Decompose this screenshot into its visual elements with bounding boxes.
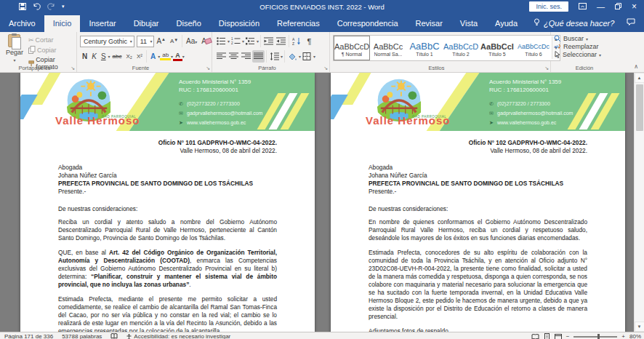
subscript-button[interactable]: X₂	[124, 53, 134, 60]
paragraph: QUE, en base al Art. 42 del Código Orgán…	[58, 249, 277, 289]
sign-in-button[interactable]: Inic. ses.	[529, 1, 568, 12]
tab-diseno[interactable]: Diseño	[168, 15, 210, 32]
comments-icon[interactable]	[627, 18, 644, 32]
font-size-combo[interactable]: 11▾	[137, 36, 155, 47]
justify-button[interactable]	[252, 50, 265, 63]
tab-vista[interactable]: Vista	[451, 15, 486, 32]
style-titulo-2[interactable]: AaBbCcD Título 2	[443, 36, 479, 60]
tab-revisar[interactable]: Revisar	[407, 15, 451, 32]
decrease-indent-button[interactable]	[262, 35, 275, 47]
tab-correspondencia[interactable]: Correspondencia	[329, 15, 407, 32]
redo-icon[interactable]	[47, 3, 55, 10]
scrollbar-thumb[interactable]	[636, 84, 643, 131]
email-line: ✉gadprvallehermoso@hotmail.com	[179, 108, 262, 118]
show-marks-button[interactable]: ¶	[303, 35, 315, 47]
font-name-combo[interactable]: Century Gothic▾	[80, 36, 134, 47]
customize-qat-icon[interactable]: ▾	[62, 4, 65, 9]
shrink-font-button[interactable]: A▼	[168, 38, 180, 44]
text-effects-button[interactable]: A	[148, 52, 158, 60]
clipboard-dialog-launcher-icon[interactable]: ↘	[71, 65, 75, 71]
letter-body[interactable]: Oficio N° 101 GADPRVH-O-WMC-04-2022. Val…	[20, 131, 315, 332]
find-button[interactable]: Buscar▾	[554, 35, 615, 42]
group-portapapeles: Pegar ▾ ✂Cortar Copiar Copiar formato Po…	[0, 32, 77, 72]
style-titulo-5[interactable]: AaBbCcI Título 5	[479, 36, 515, 60]
shading-button[interactable]	[286, 50, 299, 63]
word-count[interactable]: 53788 palabras	[62, 333, 102, 339]
tab-disposicion[interactable]: Disposición	[210, 15, 268, 32]
paste-button[interactable]: Pegar ▾	[3, 34, 26, 63]
tab-ayuda[interactable]: Ayuda	[486, 15, 526, 32]
print-layout-icon[interactable]	[544, 333, 550, 339]
group-label-fuente: Fuente	[77, 65, 204, 71]
zoom-out-button[interactable]: −	[566, 333, 570, 339]
bold-button[interactable]: N	[80, 52, 89, 60]
styles-dialog-launcher-icon[interactable]: ↘	[544, 65, 549, 71]
grow-font-button[interactable]: A▲	[154, 37, 168, 45]
highlight-button[interactable]: ab	[160, 52, 171, 60]
tab-dibujar[interactable]: Dibujar	[125, 15, 168, 32]
increase-indent-button[interactable]	[275, 35, 287, 47]
paste-icon	[8, 34, 20, 47]
font-dialog-launcher-icon[interactable]: ↘	[206, 65, 210, 71]
bullets-button[interactable]	[215, 35, 228, 47]
tab-referencias[interactable]: Referencias	[268, 15, 329, 32]
paragraph-dialog-launcher-icon[interactable]: ↘	[323, 65, 328, 71]
copy-button[interactable]: Copiar	[26, 45, 73, 55]
vertical-scrollbar[interactable]: ▲ ▼	[634, 73, 644, 332]
replace-button[interactable]: ab Reemplazar	[554, 43, 615, 50]
scroll-down-icon[interactable]: ▼	[635, 322, 644, 332]
zoom-in-button[interactable]: +	[621, 333, 625, 339]
style-titulo-6[interactable]: AaBbCcDc Título 6	[515, 36, 552, 60]
underline-button[interactable]: S	[99, 52, 108, 60]
zoom-slider-thumb[interactable]	[597, 334, 600, 339]
superscript-button[interactable]: X²	[134, 53, 145, 60]
minimize-button[interactable]: —	[597, 3, 605, 11]
sort-button[interactable]: AZ	[291, 35, 303, 47]
paragraph: Reciba un cordial y atento saludo a nomb…	[58, 218, 277, 242]
tab-archivo[interactable]: Archivo	[0, 15, 44, 32]
font-color-button[interactable]: A	[173, 52, 182, 61]
document-page-1[interactable]: Valle Hermoso GAD PARROQUIAL Acuerdo Min…	[20, 73, 315, 332]
web-layout-icon[interactable]	[555, 334, 562, 339]
align-left-button[interactable]	[215, 50, 228, 63]
paragraph: En nombre de quienes conformamos el Gobi…	[369, 218, 587, 242]
clear-formatting-button[interactable]: A	[199, 37, 209, 45]
salutation: De nuestras consideraciones:	[58, 205, 277, 212]
collapse-ribbon-icon[interactable]: ∧	[634, 63, 638, 70]
tab-inicio[interactable]: Inicio	[44, 15, 81, 32]
strikethrough-button[interactable]: abc	[110, 53, 124, 60]
letter-body[interactable]: Oficio N° 102 GADPRVH-O-WMC-04-2022. Val…	[331, 131, 625, 332]
cut-button[interactable]: ✂Cortar	[26, 36, 73, 44]
document-page-2[interactable]: Valle Hermoso GAD PARROQUIAL Acuerdo Min…	[331, 73, 625, 332]
undo-icon[interactable]	[33, 3, 41, 10]
italic-button[interactable]: K	[89, 52, 99, 60]
style-normal[interactable]: AaBbCcD ¶ Normal	[334, 36, 370, 60]
proofing-icon[interactable]	[110, 333, 118, 339]
line-spacing-button[interactable]	[268, 50, 281, 63]
recipient-role: PREFECTA PROVINCIAL DE SANTO DOMINGO DE …	[369, 180, 587, 188]
tell-me-box[interactable]: ¿Qué desea hacer?	[526, 15, 621, 32]
change-case-button[interactable]: Aa▾	[184, 37, 199, 45]
save-icon[interactable]	[19, 3, 26, 10]
font-color-caret-icon[interactable]: ▾	[182, 54, 185, 59]
page-indicator[interactable]: Página 171 de 336	[4, 333, 53, 339]
multilevel-list-button[interactable]	[244, 35, 257, 47]
accessibility-status[interactable]: Accesibilidad: es necesario investigar	[126, 333, 230, 339]
borders-button[interactable]	[301, 50, 313, 63]
tab-insertar[interactable]: Insertar	[80, 15, 124, 32]
zoom-slider[interactable]	[573, 336, 617, 338]
align-right-button[interactable]	[240, 50, 252, 63]
numbering-button[interactable]: 12	[230, 35, 242, 47]
style-titulo-1[interactable]: AaBbC Título 1	[406, 36, 443, 60]
zoom-level[interactable]: 80%	[629, 333, 641, 339]
letterhead-banner: Valle Hermoso GAD PARROQUIAL Acuerdo Min…	[331, 73, 625, 131]
ruc-line: RUC : 1768120600001	[179, 86, 251, 94]
close-button[interactable]: ×	[632, 3, 637, 11]
style-sin-espaciado[interactable]: AaBbCc Normal Sa...	[370, 36, 406, 60]
scroll-up-icon[interactable]: ▲	[635, 73, 644, 83]
read-mode-icon[interactable]	[531, 334, 539, 339]
align-center-button[interactable]	[228, 50, 240, 63]
restore-button[interactable]	[615, 3, 621, 11]
select-button[interactable]: Seleccionar▾	[554, 51, 615, 58]
ribbon-display-options-icon[interactable]	[579, 3, 587, 11]
